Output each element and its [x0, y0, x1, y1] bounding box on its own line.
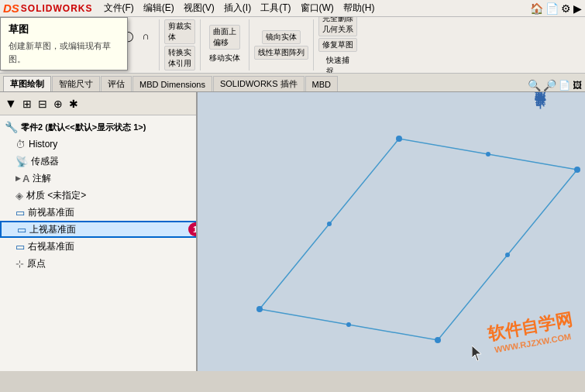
svg-point-3	[574, 167, 580, 173]
front-icon: ▭	[15, 207, 25, 218]
tab-smart-dim[interactable]: 智能尺寸	[52, 76, 100, 91]
tab-mbd-dim[interactable]: MBD Dimensions	[132, 76, 212, 91]
front-label: 前视基准面	[28, 206, 74, 219]
arc-tool[interactable]: ∩	[137, 28, 154, 45]
sketch-tooltip: 草图 创建新草图，或编辑现有草图。	[0, 17, 128, 70]
relations-group: 完全删除几何关系 修复草图 快速捕捉	[314, 19, 362, 70]
root-label: 零件2 (默认<<默认>显示状态 1>)	[21, 122, 146, 133]
array-group: 镜向实体 线性草图阵列	[249, 19, 314, 70]
tree-item-history[interactable]: ⏱ History	[0, 136, 196, 153]
svg-point-6	[486, 152, 490, 156]
menu-item-window[interactable]: 窗口(W)	[296, 0, 339, 17]
ds-logo: DS	[3, 2, 19, 15]
home-icon[interactable]: 🏠	[530, 2, 543, 15]
sw-brand: SOLIDWORKS	[21, 3, 93, 14]
tree-item-material[interactable]: ◈ 材质 <未指定>	[0, 187, 196, 204]
menu-item-help[interactable]: 帮助(H)	[339, 0, 380, 17]
tooltip-desc: 创建新草图，或编辑现有草图。	[9, 40, 119, 65]
history-icon: ⏱	[15, 139, 26, 150]
sw-logo: DS SOLIDWORKS	[3, 2, 93, 15]
offset-group: 曲面上偏移 移动实体	[201, 19, 249, 70]
tab-mbd[interactable]: MBD	[305, 76, 338, 91]
delete-relation-btn[interactable]: 完全删除几何关系	[318, 17, 357, 36]
offset-btn[interactable]: 曲面上偏移	[209, 25, 240, 50]
expand-arrow-annotation: ▶	[15, 174, 21, 182]
menu-bar: DS SOLIDWORKS 文件(F) 编辑(E) 视图(V) 插入(I) 工具…	[0, 0, 585, 17]
panel-tool3[interactable]: ⊕	[51, 95, 65, 112]
root-icon: 🔧	[5, 121, 18, 133]
settings-icon[interactable]: ⚙	[561, 2, 571, 15]
right-icon: ▭	[15, 241, 25, 253]
panel-tool2[interactable]: ⊟	[36, 95, 50, 112]
sensor-icon: 📡	[15, 156, 28, 167]
file-icon[interactable]: 📄	[545, 2, 559, 15]
left-panel: ▼ ⊞ ⊟ ⊕ ✱ 🔧 零件2 (默认<<默认>显示状态 1>) ⏱ Histo…	[0, 92, 198, 371]
arrow-icon[interactable]: ▶	[573, 2, 582, 15]
svg-point-4	[435, 337, 441, 343]
origin-icon: ⊹	[15, 258, 24, 270]
feature-tree: 🔧 零件2 (默认<<默认>显示状态 1>) ⏱ History 📡 传感器 ▶…	[0, 115, 196, 371]
quick-snap-btn[interactable]: 快速捕捉	[322, 53, 353, 73]
annotation-icon: A	[22, 173, 29, 184]
menu-item-edit[interactable]: 编辑(E)	[139, 0, 179, 17]
search-icon[interactable]: 🔍	[528, 79, 541, 91]
svg-point-2	[396, 136, 402, 142]
sensor-label: 传感器	[31, 155, 59, 168]
right-label: 右视基准面	[28, 240, 74, 253]
ribbon-search-icons: 🔍 🔎 📄 🖼	[528, 79, 585, 91]
filter-icon[interactable]: ▼	[3, 95, 19, 112]
tab-sketch[interactable]: 草图绘制	[3, 76, 51, 91]
svg-marker-9	[472, 346, 481, 361]
tree-item-front[interactable]: ▭ 前视基准面	[0, 204, 196, 221]
top-label: 上视基准面	[29, 223, 76, 236]
annotation-label: 注解	[33, 172, 51, 185]
transform-btn1[interactable]: 剪裁实体	[164, 19, 195, 44]
origin-label: 原点	[27, 257, 46, 270]
history-label: History	[29, 139, 57, 150]
top-view-label: 上视基准面	[532, 108, 546, 119]
ribbon-tabs-row: 草图绘制 智能尺寸 评估 MBD Dimensions SOLIDWORKS 插…	[0, 73, 585, 91]
material-icon: ◈	[15, 190, 23, 201]
tree-item-right[interactable]: ▭ 右视基准面	[0, 238, 196, 255]
cursor-indicator	[472, 346, 484, 363]
menu-item-file[interactable]: 文件(F)	[99, 0, 139, 17]
svg-point-7	[505, 253, 510, 257]
toolbar-row: 📐 草图绘制 2 📏 智能尺寸 ╱ ▭ ◯ ∩ U · 剪裁实体 转换实体引用	[0, 17, 585, 73]
tree-item-origin[interactable]: ⊹ 原点	[0, 255, 196, 272]
tree-item-top[interactable]: ▭ 上视基准面 1	[0, 221, 196, 238]
tree-item-annotation[interactable]: ▶ A 注解	[0, 170, 196, 187]
svg-point-8	[346, 322, 351, 327]
svg-point-1	[256, 306, 263, 312]
tooltip-title: 草图	[9, 22, 119, 36]
doc-icon[interactable]: 📄	[559, 80, 570, 91]
panel-toolbar: ▼ ⊞ ⊟ ⊕ ✱	[0, 92, 196, 115]
panel-tool1[interactable]: ⊞	[20, 95, 34, 112]
repair-btn[interactable]: 修复草图	[318, 38, 357, 52]
top-icon: ▭	[17, 224, 26, 236]
svg-marker-0	[260, 139, 577, 340]
panel-tool4[interactable]: ✱	[67, 95, 81, 112]
tab-sw-plugins[interactable]: SOLIDWORKS 插件	[213, 76, 305, 91]
move-btn[interactable]: 移动实体	[205, 51, 244, 65]
img-icon[interactable]: 🖼	[573, 80, 582, 91]
material-label: 材质 <未指定>	[26, 189, 86, 202]
mirror-btn[interactable]: 镜向实体	[262, 30, 301, 44]
menu-item-insert[interactable]: 插入(I)	[219, 0, 256, 17]
tree-root[interactable]: 🔧 零件2 (默认<<默认>显示状态 1>)	[0, 119, 196, 136]
transform-btn2[interactable]: 转换实体引用	[164, 46, 195, 70]
search2-icon[interactable]: 🔎	[543, 79, 556, 91]
svg-point-5	[327, 222, 332, 226]
top-badge: 1	[188, 222, 196, 236]
menu-item-view[interactable]: 视图(V)	[179, 0, 219, 17]
titlebar-right-icons: 🏠 📄 ⚙ ▶	[530, 2, 582, 15]
linear-array-btn[interactable]: 线性草图阵列	[254, 46, 308, 60]
ribbon: 📐 草图绘制 2 📏 智能尺寸 ╱ ▭ ◯ ∩ U · 剪裁实体 转换实体引用	[0, 17, 585, 92]
transform-group: 剪裁实体 转换实体引用	[160, 19, 201, 70]
main-area: ▼ ⊞ ⊟ ⊕ ✱ 🔧 零件2 (默认<<默认>显示状态 1>) ⏱ Histo…	[0, 92, 585, 371]
menu-item-tools[interactable]: 工具(T)	[256, 0, 295, 17]
canvas-area: 上视基准面 软件自学网 WWW.RJZXW.COM	[198, 92, 585, 371]
tab-evaluate[interactable]: 评估	[101, 76, 132, 91]
tree-item-sensor[interactable]: 📡 传感器	[0, 153, 196, 170]
